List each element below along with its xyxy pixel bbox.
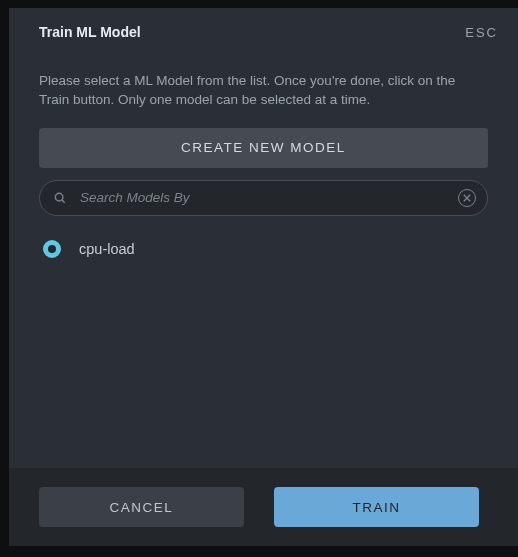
- train-button[interactable]: TRAIN: [274, 487, 479, 527]
- esc-button[interactable]: ESC: [465, 25, 498, 40]
- modal-header: Train ML Model ESC: [9, 8, 518, 56]
- create-new-model-button[interactable]: CREATE NEW MODEL: [39, 128, 488, 168]
- modal-title: Train ML Model: [39, 24, 141, 40]
- radio-selected-icon[interactable]: [43, 240, 61, 258]
- model-item-cpu-load[interactable]: cpu-load: [39, 236, 488, 262]
- modal-description: Please select a ML Model from the list. …: [39, 72, 488, 110]
- search-input[interactable]: [39, 180, 488, 216]
- train-model-modal: Train ML Model ESC Please select a ML Mo…: [9, 8, 518, 546]
- radio-inner-dot: [48, 245, 56, 253]
- svg-line-1: [62, 200, 65, 203]
- clear-search-icon[interactable]: [458, 189, 476, 207]
- model-label: cpu-load: [79, 241, 135, 257]
- search-container: [39, 180, 488, 216]
- modal-body: Please select a ML Model from the list. …: [9, 56, 518, 468]
- modal-footer: CANCEL TRAIN: [9, 468, 518, 546]
- svg-point-0: [55, 193, 63, 201]
- model-list: cpu-load: [39, 236, 488, 458]
- cancel-button[interactable]: CANCEL: [39, 487, 244, 527]
- search-icon: [53, 191, 67, 205]
